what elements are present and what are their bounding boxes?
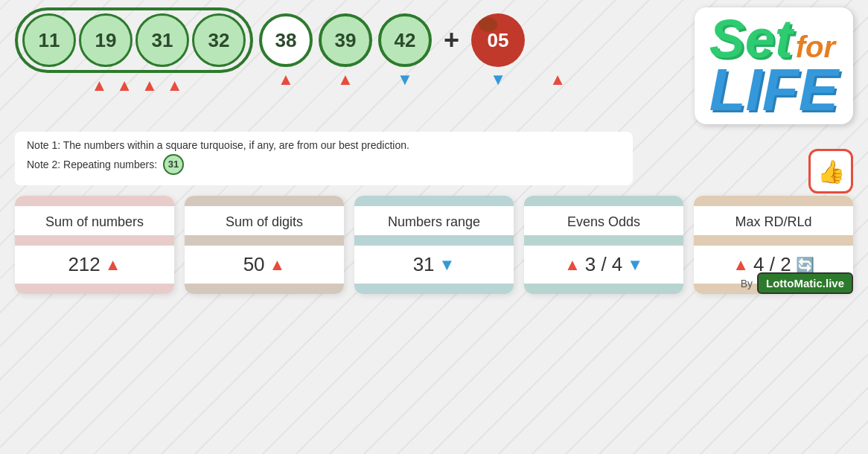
stat-card-sum-numbers: Sum of numbers 212 ▲	[15, 196, 174, 294]
footer-by-label: By	[741, 278, 753, 290]
stat-bottom-bar	[185, 284, 344, 294]
stat-value-evens-odds: ▲ 3 / 4 ▼	[524, 246, 683, 284]
stat-mid-bar	[354, 235, 514, 246]
stat-card-numbers-range: Numbers range 31 ▼	[354, 196, 514, 294]
arrow-down-icon: ▼	[627, 255, 643, 275]
stat-title-max-rd: Max RD/RLd	[694, 206, 853, 235]
stat-mid-bar	[15, 235, 174, 246]
arrow-ball-42: ▼	[397, 70, 413, 89]
ball-group-11: 11	[22, 13, 76, 67]
refresh-icon: 🔄	[796, 256, 814, 274]
stat-mid-bar	[524, 235, 683, 246]
arrow-ball-38: ▲	[278, 70, 294, 89]
extra-arrow-group: ▲	[531, 13, 584, 89]
bonus-ball-group: 05 ▼	[471, 13, 525, 89]
stat-top-bar	[15, 196, 174, 206]
logo-life: LIFE	[709, 57, 838, 123]
ball-group-31: 31	[135, 13, 189, 67]
stat-top-bar	[354, 196, 514, 206]
logo-area: Set for LIFE	[645, 7, 853, 124]
ball-group-32: 32	[192, 13, 246, 67]
ball-group-38: 38 ▲	[259, 13, 313, 89]
stat-top-bar	[524, 196, 683, 206]
arrow-up-icon: ▲	[564, 255, 581, 275]
ball-39: 39	[319, 13, 372, 67]
ball-group-19: 19	[79, 13, 133, 67]
bonus-ball: 05	[471, 13, 525, 67]
ball-31: 31	[135, 13, 189, 67]
stat-mid-bar	[185, 235, 344, 246]
arrow-ball-31: ▲	[141, 76, 158, 95]
ball-38: 38	[259, 13, 313, 67]
arrow-ball-19: ▲	[116, 76, 133, 95]
stat-value-sum-numbers: 212 ▲	[15, 246, 174, 284]
stat-top-bar	[185, 196, 344, 206]
stats-section: Sum of numbers 212 ▲ Sum of digits 50 ▲ …	[15, 196, 853, 294]
stat-value-numbers-range: 31 ▼	[354, 246, 514, 284]
stat-title-numbers-range: Numbers range	[354, 206, 514, 235]
note2: Note 2: Repeating numbers: 31	[27, 154, 621, 175]
arrow-ball-11: ▲	[91, 76, 107, 95]
stat-bottom-bar	[524, 284, 683, 294]
ball-19: 19	[79, 13, 133, 67]
footer-brand: LottoMatic.live	[757, 272, 853, 294]
arrow-ball-32: ▲	[167, 76, 183, 95]
arrow-up-icon: ▲	[105, 255, 121, 275]
arrow-down-icon: ▼	[439, 255, 456, 275]
arrow-up-icon: ▲	[269, 255, 286, 275]
ball-group-42: 42 ▼	[378, 13, 432, 89]
ball-32: 32	[192, 13, 246, 67]
stat-title-sum-numbers: Sum of numbers	[15, 206, 174, 235]
ball-11: 11	[22, 13, 76, 67]
logo-box: Set for LIFE	[695, 7, 853, 124]
stat-card-sum-digits: Sum of digits 50 ▲	[185, 196, 344, 294]
thumbs-up-button[interactable]: 👍	[808, 149, 853, 194]
stat-bottom-bar	[354, 284, 514, 294]
stat-title-evens-odds: Evens Odds	[524, 206, 683, 235]
stat-bottom-bar	[15, 284, 174, 294]
footer: By LottoMatic.live	[741, 272, 853, 294]
arrow-bonus-ball: ▼	[490, 70, 506, 89]
extra-arrow-up: ▲	[549, 70, 566, 89]
grouped-balls: 11 19 31 32	[15, 7, 253, 73]
plus-sign: +	[444, 25, 459, 78]
note1: Note 1: The numbers within a square turq…	[27, 139, 621, 151]
stat-card-evens-odds: Evens Odds ▲ 3 / 4 ▼	[524, 196, 683, 294]
ball-42: 42	[378, 13, 432, 67]
stat-top-bar	[694, 196, 853, 206]
stat-value-sum-digits: 50 ▲	[185, 246, 344, 284]
balls-area: 11 19 31 32	[15, 7, 645, 95]
repeating-badge: 31	[163, 154, 184, 175]
stat-title-sum-digits: Sum of digits	[185, 206, 344, 235]
stat-mid-bar	[694, 235, 853, 246]
ball-group-39: 39 ▲	[319, 13, 372, 89]
arrow-up-icon: ▲	[733, 255, 749, 275]
notes-section: Note 1: The numbers within a square turq…	[15, 132, 633, 185]
arrow-ball-39: ▲	[337, 70, 354, 89]
